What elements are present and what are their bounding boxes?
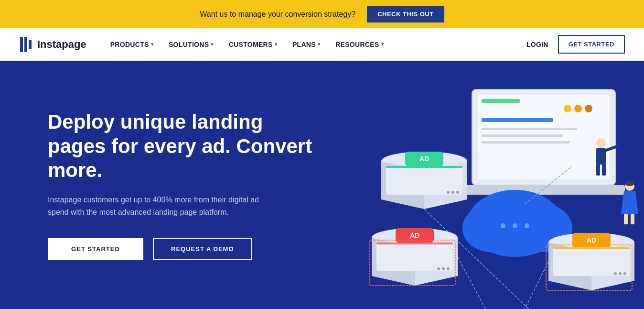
svg-rect-10 bbox=[482, 128, 577, 130]
chevron-down-icon: ▾ bbox=[151, 42, 153, 47]
svg-rect-11 bbox=[482, 134, 563, 137]
svg-point-8 bbox=[585, 105, 592, 112]
svg-rect-12 bbox=[482, 141, 570, 143]
svg-line-48 bbox=[486, 262, 548, 309]
svg-point-15 bbox=[462, 204, 520, 252]
svg-rect-41 bbox=[553, 247, 630, 249]
svg-rect-9 bbox=[482, 118, 553, 122]
svg-point-36 bbox=[447, 267, 450, 270]
svg-point-27 bbox=[456, 191, 459, 194]
svg-point-6 bbox=[564, 105, 571, 112]
svg-rect-0 bbox=[20, 37, 23, 52]
login-button[interactable]: LOGIN bbox=[526, 41, 548, 48]
navbar: Instapage PRODUCTS ▾ SOLUTIONS ▾ CUSTOME… bbox=[0, 28, 644, 61]
get-started-nav-button[interactable]: GET STARTED bbox=[558, 35, 625, 54]
hero-buttons: GET STARTED REQUEST A DEMO bbox=[48, 238, 315, 260]
chevron-down-icon: ▾ bbox=[211, 42, 213, 47]
svg-point-46 bbox=[623, 272, 626, 275]
svg-text:AD: AD bbox=[419, 155, 429, 163]
svg-rect-1 bbox=[24, 37, 27, 52]
svg-text:AD: AD bbox=[410, 232, 419, 239]
svg-point-17 bbox=[501, 223, 505, 228]
logo-text: Instapage bbox=[37, 38, 86, 51]
top-banner: Want us to manage your conversion strate… bbox=[0, 0, 644, 28]
svg-point-44 bbox=[614, 272, 617, 275]
svg-point-25 bbox=[447, 191, 450, 194]
svg-point-35 bbox=[442, 267, 445, 270]
nav-item-solutions[interactable]: SOLUTIONS ▾ bbox=[162, 37, 220, 52]
svg-rect-13 bbox=[462, 185, 625, 195]
check-this-out-button[interactable]: CHECK THIS OUT bbox=[367, 6, 444, 22]
chevron-down-icon: ▾ bbox=[381, 42, 384, 47]
svg-point-19 bbox=[525, 223, 529, 228]
nav-item-resources[interactable]: RESOURCES ▾ bbox=[329, 37, 390, 52]
svg-rect-21 bbox=[386, 166, 462, 195]
svg-rect-57 bbox=[631, 214, 634, 224]
get-started-button[interactable]: GET STARTED bbox=[48, 238, 143, 260]
svg-rect-40 bbox=[553, 247, 630, 276]
svg-rect-2 bbox=[29, 40, 32, 49]
hero-subtitle: Instapage customers get up to 400% more … bbox=[48, 194, 268, 218]
svg-point-49 bbox=[596, 138, 606, 148]
svg-rect-22 bbox=[386, 166, 462, 168]
nav-item-customers[interactable]: CUSTOMERS ▾ bbox=[222, 37, 284, 52]
request-demo-button[interactable]: REQUEST A DEMO bbox=[153, 238, 252, 260]
hero-illustration: AD AD bbox=[319, 61, 644, 309]
svg-rect-50 bbox=[596, 148, 606, 165]
svg-line-38 bbox=[458, 257, 534, 309]
nav-links: PRODUCTS ▾ SOLUTIONS ▾ CUSTOMERS ▾ PLANS… bbox=[104, 37, 526, 52]
svg-rect-51 bbox=[596, 164, 600, 176]
hero-section: Deploy unique landing pages for every ad… bbox=[0, 61, 644, 309]
chevron-down-icon: ▾ bbox=[318, 42, 320, 47]
svg-rect-56 bbox=[624, 214, 628, 224]
svg-rect-5 bbox=[482, 99, 520, 103]
nav-label-plans: PLANS bbox=[292, 41, 316, 48]
svg-point-26 bbox=[451, 191, 454, 194]
nav-label-customers: CUSTOMERS bbox=[229, 41, 273, 48]
svg-point-18 bbox=[513, 223, 517, 228]
svg-text:AD: AD bbox=[587, 236, 596, 244]
svg-point-34 bbox=[437, 267, 440, 270]
logo-icon bbox=[19, 36, 34, 53]
chevron-down-icon: ▾ bbox=[275, 42, 277, 47]
svg-rect-31 bbox=[376, 243, 453, 244]
svg-point-45 bbox=[619, 272, 622, 275]
hero-title: Deploy unique landing pages for every ad… bbox=[48, 110, 315, 182]
nav-right: LOGIN GET STARTED bbox=[526, 35, 625, 54]
nav-label-products: PRODUCTS bbox=[110, 41, 149, 48]
svg-point-7 bbox=[574, 105, 582, 112]
nav-label-solutions: SOLUTIONS bbox=[169, 41, 209, 48]
logo[interactable]: Instapage bbox=[19, 36, 86, 53]
nav-item-products[interactable]: PRODUCTS ▾ bbox=[104, 37, 160, 52]
svg-rect-52 bbox=[602, 164, 606, 176]
svg-point-55 bbox=[625, 180, 634, 186]
banner-text: Want us to manage your conversion strate… bbox=[200, 10, 355, 19]
svg-rect-30 bbox=[376, 243, 453, 271]
hero-content: Deploy unique landing pages for every ad… bbox=[48, 110, 315, 260]
nav-item-plans[interactable]: PLANS ▾ bbox=[286, 37, 327, 52]
nav-label-resources: RESOURCES bbox=[335, 41, 379, 48]
